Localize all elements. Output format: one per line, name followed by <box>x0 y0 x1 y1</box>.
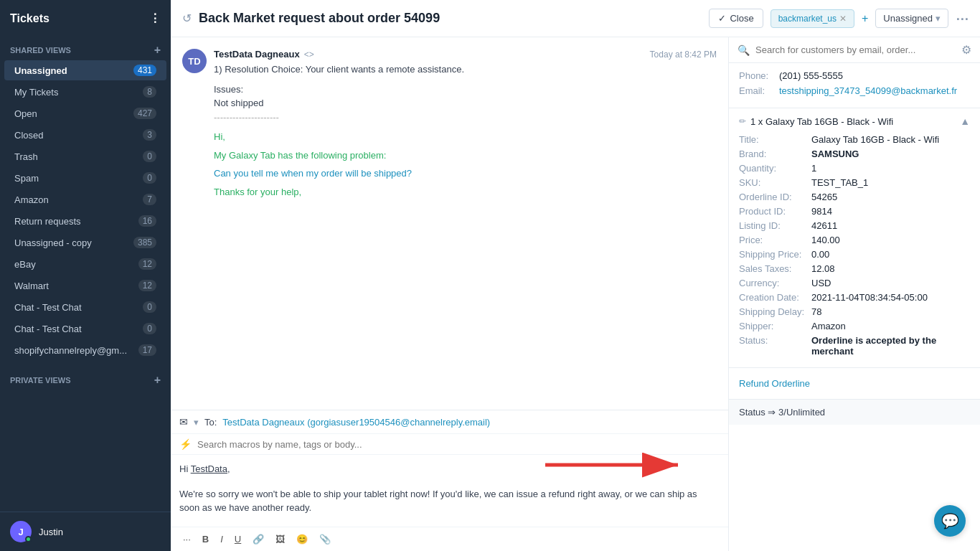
history-icon[interactable]: ↺ <box>182 11 192 25</box>
mail-icon: ✉ <box>179 416 188 428</box>
sidebar-menu-icon[interactable]: ⋮ <box>149 11 161 25</box>
shared-views-label: SHARED VIEWS + <box>0 37 171 60</box>
order-title: 1 x Galaxy Tab 16GB - Black - Wifi <box>750 116 893 127</box>
macro-search-input[interactable] <box>197 439 720 450</box>
expand-icon[interactable]: <> <box>304 50 314 60</box>
reply-greeting: Hi TestData, <box>179 462 720 476</box>
message-list: TD TestData Dagneaux <> Today at 8:42 PM… <box>171 37 728 410</box>
order-field-row: Orderline ID:54265 <box>739 192 970 202</box>
avatar: J <box>10 521 32 542</box>
order-field-row: Status:Orderline is accepted by the merc… <box>739 335 970 357</box>
sidebar-item-ebay[interactable]: eBay 12 <box>4 254 166 274</box>
attach-button[interactable]: 📎 <box>316 532 334 547</box>
sidebar-item-amazon[interactable]: Amazon 7 <box>4 189 166 209</box>
body2-text: Can you tell me when my order will be sh… <box>214 166 717 181</box>
reply-to-email: TestData Dagneaux (gorgiasuser19504546@c… <box>222 417 490 428</box>
sidebar-item-trash[interactable]: Trash 0 <box>4 146 166 166</box>
reply-to-row: ✉ ▾ To: TestData Dagneaux (gorgiasuser19… <box>171 410 728 434</box>
sidebar: Tickets ⋮ SHARED VIEWS + Unassigned 431 … <box>0 0 171 551</box>
mail-dropdown-icon[interactable]: ▾ <box>194 417 199 428</box>
macro-search-row: ⚡ <box>171 434 728 455</box>
message-row: TD TestData Dagneaux <> Today at 8:42 PM… <box>182 49 717 199</box>
link-button[interactable]: 🔗 <box>249 532 268 547</box>
sidebar-item-my-tickets[interactable]: My Tickets 8 <box>4 82 166 102</box>
sidebar-item-open[interactable]: Open 427 <box>4 103 166 123</box>
order-field-row: Quantity:1 <box>739 163 970 174</box>
body1-text: My Galaxy Tab has the following problem: <box>214 149 717 163</box>
status-bar: Status ⇒ 3/Unlimited <box>729 399 980 425</box>
tag-backmarket[interactable]: backmarket_us ✕ <box>771 9 854 28</box>
order-field-row: Price:140.00 <box>739 235 970 245</box>
close-ticket-button[interactable]: ✓ Close <box>709 9 763 28</box>
private-views-label: PRIVATE VIEWS + <box>0 367 171 390</box>
add-shared-view-button[interactable]: + <box>154 44 161 57</box>
email-value: testshipping_37473_54099@backmarket.fr <box>779 85 957 96</box>
sidebar-item-unassigned-copy[interactable]: Unassigned - copy 385 <box>4 232 166 253</box>
sidebar-item-chat-test-2[interactable]: Chat - Test Chat 0 <box>4 319 166 339</box>
divider-line: --------------------- <box>214 110 717 125</box>
underline-button[interactable]: U <box>231 532 245 547</box>
order-field-row: Listing ID:42611 <box>739 220 970 231</box>
sidebar-item-shopify[interactable]: shopifychannelreply@gm... 17 <box>4 340 166 360</box>
image-button[interactable]: 🖼 <box>272 532 288 547</box>
order-section: ✏ 1 x Galaxy Tab 16GB - Black - Wifi ▲ T… <box>729 108 980 368</box>
name-link: TestData <box>191 463 227 474</box>
order-field-row: Currency:USD <box>739 278 970 288</box>
closing-text: Thanks for your help, <box>214 185 717 199</box>
customer-search-input[interactable] <box>755 44 956 55</box>
customer-info: Phone: (201) 555-5555 Email: testshippin… <box>729 63 980 108</box>
order-details: Title:Galaxy Tab 16GB - Black - WifiBran… <box>729 134 980 367</box>
settings-icon[interactable]: ⚙ <box>961 43 971 57</box>
order-field-row: Shipper:Amazon <box>739 321 970 331</box>
assign-button[interactable]: Unassigned ▾ <box>875 9 948 28</box>
message-text: 1) Resolution Choice: Your client wants … <box>214 62 717 199</box>
resolution-text: 1) Resolution Choice: Your client wants … <box>214 62 717 77</box>
ticket-more-options-icon[interactable]: ⋯ <box>956 11 969 27</box>
macro-icon: ⚡ <box>179 438 192 450</box>
add-tag-button[interactable]: + <box>862 12 868 25</box>
phone-row: Phone: (201) 555-5555 <box>739 70 970 81</box>
reply-area: ✉ ▾ To: TestData Dagneaux (gorgiasuser19… <box>171 410 728 551</box>
add-private-view-button[interactable]: + <box>154 374 161 387</box>
italic-button[interactable]: I <box>217 532 227 547</box>
main-content: ↺ Back Market request about order 54099 … <box>171 0 980 551</box>
chat-bubble-icon: 💬 <box>941 512 959 529</box>
greeting-text: Hi, <box>214 130 717 144</box>
ticket-body: TD TestData Dagneaux <> Today at 8:42 PM… <box>171 37 980 551</box>
message-area: TD TestData Dagneaux <> Today at 8:42 PM… <box>171 37 729 551</box>
message-avatar: TD <box>182 49 207 73</box>
sidebar-header: Tickets ⋮ <box>0 0 171 37</box>
refund-section: Refund Orderline <box>729 368 980 399</box>
order-field-row: Product ID:9814 <box>739 206 970 217</box>
email-row: Email: testshipping_37473_54099@backmark… <box>739 85 970 96</box>
refund-orderline-link[interactable]: Refund Orderline <box>739 378 810 389</box>
sidebar-item-closed[interactable]: Closed 3 <box>4 125 166 145</box>
message-header: TestData Dagneaux <> Today at 8:42 PM <box>214 49 717 60</box>
online-indicator <box>25 536 32 542</box>
order-field-row: Title:Galaxy Tab 16GB - Black - Wifi <box>739 134 970 145</box>
sidebar-item-unassigned[interactable]: Unassigned 431 <box>4 60 166 80</box>
bold-button[interactable]: B <box>199 532 212 547</box>
sidebar-item-spam[interactable]: Spam 0 <box>4 168 166 188</box>
issues-value: Not shipped <box>214 96 717 110</box>
sidebar-item-walmart[interactable]: Walmart 12 <box>4 276 166 296</box>
order-header[interactable]: ✏ 1 x Galaxy Tab 16GB - Black - Wifi ▲ <box>729 108 980 134</box>
remove-tag-icon[interactable]: ✕ <box>839 14 847 24</box>
toolbar-more-button[interactable]: ··· <box>179 532 194 547</box>
search-icon: 🔍 <box>738 44 750 56</box>
sidebar-title: Tickets <box>10 12 50 25</box>
order-field-row: Brand:SAMSUNG <box>739 149 970 159</box>
sidebar-item-return-requests[interactable]: Return requests 16 <box>4 211 166 231</box>
order-field-row: SKU:TEST_TAB_1 <box>739 177 970 188</box>
sidebar-item-chat-test-1[interactable]: Chat - Test Chat 0 <box>4 297 166 317</box>
message-content: TestData Dagneaux <> Today at 8:42 PM 1)… <box>214 49 717 199</box>
reply-body[interactable]: Hi TestData, We're so sorry we won't be … <box>171 455 728 527</box>
order-field-row: Sales Taxes:12.08 <box>739 263 970 274</box>
message-sender: TestData Dagneaux <box>214 49 300 60</box>
emoji-button[interactable]: 😊 <box>293 532 311 547</box>
username-label: Justin <box>39 527 63 537</box>
message-time: Today at 8:42 PM <box>650 50 717 60</box>
chevron-up-icon[interactable]: ▲ <box>960 116 970 127</box>
checkmark-icon: ✓ <box>718 13 726 24</box>
chat-widget-button[interactable]: 💬 <box>934 505 966 537</box>
